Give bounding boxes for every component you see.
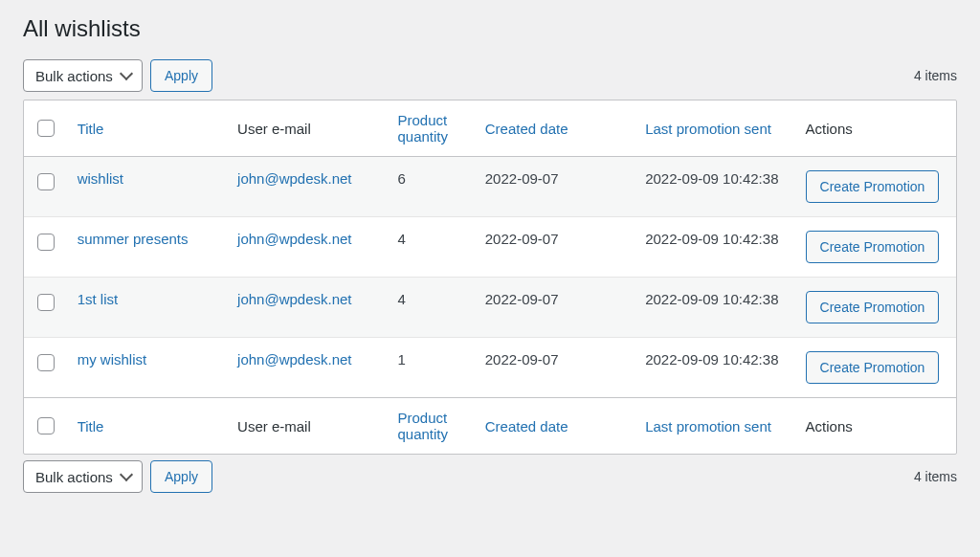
row-email-link[interactable]: john@wpdesk.net	[237, 170, 351, 187]
col-header-qty[interactable]: Product quantity	[397, 112, 448, 145]
row-qty: 6	[388, 157, 475, 217]
bulk-actions-top: Bulk actions Apply	[23, 59, 212, 92]
row-checkbox[interactable]	[37, 173, 55, 190]
row-qty: 4	[388, 217, 475, 278]
row-title-link[interactable]: summer presents	[78, 231, 189, 247]
create-promotion-button[interactable]: Create Promotion	[806, 231, 940, 263]
col-footer-qty[interactable]: Product quantity	[397, 410, 448, 442]
col-header-last-sent[interactable]: Last promotion sent	[645, 121, 771, 137]
row-last-sent: 2022-09-09 10:42:38	[635, 338, 795, 397]
items-count-top: 4 items	[914, 68, 957, 83]
col-header-title[interactable]: Title	[78, 121, 104, 137]
row-qty: 4	[388, 278, 475, 338]
row-checkbox[interactable]	[37, 354, 55, 371]
col-footer-last-sent[interactable]: Last promotion sent	[645, 418, 771, 434]
row-email-link[interactable]: john@wpdesk.net	[237, 351, 351, 368]
col-header-created[interactable]: Created date	[485, 121, 568, 137]
row-created: 2022-09-07	[476, 217, 635, 278]
tablenav-top: Bulk actions Apply 4 items	[23, 59, 957, 92]
row-created: 2022-09-07	[476, 338, 635, 397]
bulk-actions-bottom: Bulk actions Apply	[23, 460, 212, 493]
select-all-checkbox-bottom[interactable]	[37, 417, 55, 434]
create-promotion-button[interactable]: Create Promotion	[806, 170, 940, 203]
row-last-sent: 2022-09-09 10:42:38	[635, 157, 795, 217]
row-last-sent: 2022-09-09 10:42:38	[635, 278, 795, 338]
bulk-actions-select-bottom[interactable]: Bulk actions	[23, 460, 143, 493]
create-promotion-button[interactable]: Create Promotion	[806, 351, 940, 384]
col-header-actions: Actions	[796, 100, 956, 157]
row-email-link[interactable]: john@wpdesk.net	[237, 291, 351, 307]
select-all-checkbox-top[interactable]	[37, 120, 55, 137]
row-qty: 1	[388, 338, 475, 397]
tablenav-bottom: Bulk actions Apply 4 items	[23, 460, 957, 493]
col-header-email: User e-mail	[228, 100, 388, 157]
table-row: wishlistjohn@wpdesk.net62022-09-072022-0…	[24, 157, 956, 217]
row-title-link[interactable]: 1st list	[78, 291, 119, 307]
col-footer-email: User e-mail	[228, 397, 388, 454]
page-title: All wishlists	[23, 15, 957, 42]
wishlists-table: Title User e-mail Product quantity Creat…	[23, 100, 957, 455]
apply-button-top[interactable]: Apply	[150, 59, 212, 92]
table-row: summer presentsjohn@wpdesk.net42022-09-0…	[24, 217, 956, 278]
row-last-sent: 2022-09-09 10:42:38	[635, 217, 795, 278]
row-email-link[interactable]: john@wpdesk.net	[237, 231, 351, 247]
row-title-link[interactable]: my wishlist	[78, 351, 147, 368]
row-created: 2022-09-07	[476, 278, 635, 338]
row-checkbox[interactable]	[37, 294, 55, 311]
create-promotion-button[interactable]: Create Promotion	[806, 291, 940, 323]
row-created: 2022-09-07	[476, 157, 635, 217]
apply-button-bottom[interactable]: Apply	[150, 460, 212, 493]
table-row: 1st listjohn@wpdesk.net42022-09-072022-0…	[24, 278, 956, 338]
col-footer-actions: Actions	[796, 397, 956, 454]
col-footer-title[interactable]: Title	[78, 418, 104, 434]
bulk-actions-select[interactable]: Bulk actions	[23, 59, 143, 92]
bulk-actions-select-wrap-bottom: Bulk actions	[23, 460, 143, 493]
bulk-actions-select-wrap: Bulk actions	[23, 59, 143, 92]
table-row: my wishlistjohn@wpdesk.net12022-09-07202…	[24, 338, 956, 397]
col-footer-created[interactable]: Created date	[485, 418, 568, 434]
row-title-link[interactable]: wishlist	[78, 170, 123, 187]
row-checkbox[interactable]	[37, 234, 55, 251]
items-count-bottom: 4 items	[914, 469, 957, 484]
